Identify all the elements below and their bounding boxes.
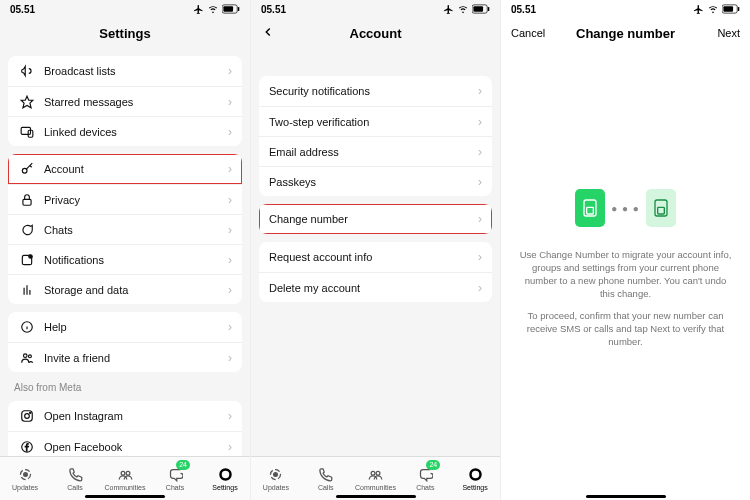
- cancel-button[interactable]: Cancel: [511, 27, 545, 39]
- svg-rect-23: [473, 6, 483, 12]
- tab-communities[interactable]: Communities: [351, 457, 401, 500]
- row-broadcast-lists[interactable]: Broadcast lists ›: [8, 56, 242, 86]
- row-open-facebook[interactable]: Open Facebook ›: [8, 431, 242, 456]
- chevron-right-icon: ›: [228, 162, 232, 176]
- account-group-3: Request account info › Delete my account…: [259, 242, 492, 302]
- row-storage-data[interactable]: Storage and data ›: [8, 274, 242, 304]
- svg-point-20: [126, 471, 130, 475]
- row-passkeys[interactable]: Passkeys ›: [259, 166, 492, 196]
- tab-label: Updates: [263, 484, 289, 491]
- row-two-step[interactable]: Two-step verification ›: [259, 106, 492, 136]
- back-button[interactable]: [261, 25, 275, 41]
- next-button[interactable]: Next: [717, 27, 740, 39]
- row-label: Security notifications: [269, 85, 478, 97]
- dots-icon: ● ● ●: [611, 203, 640, 214]
- chevron-right-icon: ›: [228, 223, 232, 237]
- tab-chats[interactable]: 24 Chats: [400, 457, 450, 500]
- status-time: 05.51: [511, 4, 536, 15]
- row-change-number[interactable]: Change number ›: [259, 204, 492, 234]
- communities-icon: [118, 467, 133, 483]
- row-chats[interactable]: Chats ›: [8, 214, 242, 244]
- row-linked-devices[interactable]: Linked devices ›: [8, 116, 242, 146]
- communities-icon: [368, 467, 383, 483]
- tab-label: Communities: [355, 484, 396, 491]
- updates-icon: [268, 467, 283, 483]
- status-bar: 05.51: [251, 0, 500, 18]
- airplane-icon: [443, 4, 454, 15]
- home-indicator: [85, 495, 165, 498]
- svg-marker-3: [21, 96, 33, 108]
- info-paragraph-2: To proceed, confirm that your new number…: [519, 310, 732, 348]
- svg-rect-31: [723, 6, 733, 12]
- svg-point-12: [28, 354, 31, 357]
- svg-point-18: [23, 473, 27, 477]
- airplane-icon: [693, 4, 704, 15]
- tab-updates[interactable]: Updates: [251, 457, 301, 500]
- svg-rect-7: [23, 199, 31, 205]
- tab-settings[interactable]: Settings: [200, 457, 250, 500]
- row-label: Linked devices: [44, 126, 228, 138]
- tab-calls[interactable]: Calls: [50, 457, 100, 500]
- info-icon: [18, 320, 36, 334]
- chat-icon: [18, 223, 36, 237]
- row-help[interactable]: Help ›: [8, 312, 242, 342]
- svg-point-26: [274, 473, 278, 477]
- svg-point-28: [376, 471, 380, 475]
- row-open-instagram[interactable]: Open Instagram ›: [8, 401, 242, 431]
- screen-account: 05.51 Account Security notifications › T…: [250, 0, 500, 500]
- svg-point-19: [121, 471, 125, 475]
- chevron-right-icon: ›: [228, 193, 232, 207]
- tab-label: Communities: [105, 484, 146, 491]
- people-icon: [18, 351, 36, 365]
- row-security-notifications[interactable]: Security notifications ›: [259, 76, 492, 106]
- nav-bar: Cancel Change number Next: [501, 18, 750, 48]
- tab-calls[interactable]: Calls: [301, 457, 351, 500]
- instagram-icon: [18, 409, 36, 423]
- home-indicator: [586, 495, 666, 498]
- key-icon: [18, 162, 36, 176]
- devices-icon: [18, 125, 36, 139]
- chevron-right-icon: ›: [228, 320, 232, 334]
- tab-label: Chats: [416, 484, 434, 491]
- row-starred-messages[interactable]: Starred messages ›: [8, 86, 242, 116]
- row-account[interactable]: Account ›: [8, 154, 242, 184]
- calls-icon: [68, 467, 83, 483]
- row-label: Open Facebook: [44, 441, 228, 453]
- row-notifications[interactable]: Notifications ›: [8, 244, 242, 274]
- row-label: Broadcast lists: [44, 65, 228, 77]
- page-title: Change number: [576, 26, 675, 41]
- tab-communities[interactable]: Communities: [100, 457, 150, 500]
- chats-badge: 24: [426, 460, 440, 470]
- status-bar: 05.51: [0, 0, 250, 18]
- change-number-content: ● ● ● Use Change Number to migrate your …: [501, 48, 750, 500]
- wifi-icon: [707, 4, 719, 14]
- tab-settings[interactable]: Settings: [450, 457, 500, 500]
- meta-section-header: Also from Meta: [14, 382, 250, 393]
- battery-icon: [472, 4, 490, 14]
- row-label: Storage and data: [44, 284, 228, 296]
- row-delete-account[interactable]: Delete my account ›: [259, 272, 492, 302]
- svg-point-15: [30, 412, 31, 413]
- row-email-address[interactable]: Email address ›: [259, 136, 492, 166]
- sim-illustration: ● ● ●: [575, 189, 676, 227]
- account-content: Security notifications › Two-step verifi…: [251, 48, 500, 456]
- svg-point-29: [473, 473, 477, 477]
- row-label: Delete my account: [269, 282, 478, 294]
- updates-icon: [18, 467, 33, 483]
- svg-rect-32: [738, 7, 739, 11]
- row-label: Account: [44, 163, 228, 175]
- storage-icon: [18, 283, 36, 297]
- tab-updates[interactable]: Updates: [0, 457, 50, 500]
- svg-rect-24: [488, 7, 489, 11]
- settings-group-meta: Open Instagram › Open Facebook ›: [8, 401, 242, 456]
- megaphone-icon: [18, 64, 36, 78]
- tab-label: Updates: [12, 484, 38, 491]
- row-invite-friend[interactable]: Invite a friend ›: [8, 342, 242, 372]
- row-label: Chats: [44, 224, 228, 236]
- sim-new-icon: [646, 189, 676, 227]
- status-time: 05.51: [10, 4, 35, 15]
- row-request-account-info[interactable]: Request account info ›: [259, 242, 492, 272]
- row-privacy[interactable]: Privacy ›: [8, 184, 242, 214]
- tab-chats[interactable]: 24 Chats: [150, 457, 200, 500]
- notification-icon: [18, 253, 36, 267]
